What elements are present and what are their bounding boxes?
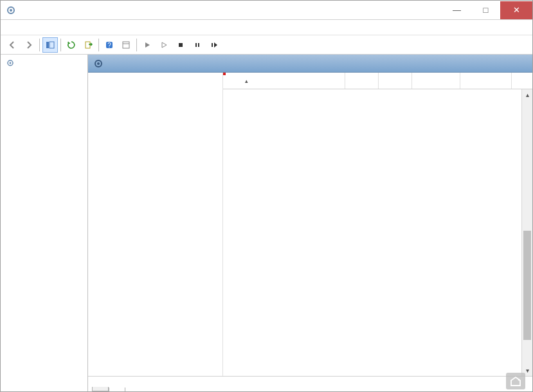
tree-root-services[interactable]	[3, 57, 85, 69]
start-service-button[interactable]	[156, 37, 172, 53]
svg-rect-2	[46, 42, 49, 48]
col-desc[interactable]	[345, 73, 379, 89]
right-body: ▴ ▴ ▾	[88, 73, 532, 376]
description-pane	[88, 73, 223, 376]
svg-rect-11	[198, 43, 199, 47]
help-button[interactable]: ?	[102, 37, 117, 53]
vertical-scrollbar[interactable]: ▴ ▾	[521, 89, 532, 376]
svg-text:?: ?	[107, 42, 111, 49]
services-header	[88, 55, 532, 73]
tab-extended[interactable]	[92, 387, 109, 391]
svg-rect-7	[123, 42, 129, 48]
show-hide-tree-button[interactable]	[42, 37, 58, 53]
svg-point-16	[97, 62, 100, 65]
svg-rect-9	[179, 43, 183, 47]
svg-rect-10	[195, 43, 197, 47]
tab-standard[interactable]	[109, 388, 125, 391]
col-logon[interactable]	[460, 73, 512, 89]
svg-rect-12	[212, 43, 213, 47]
forward-button[interactable]	[21, 37, 37, 53]
window-controls: — □ ✕	[442, 1, 532, 19]
stop-button[interactable]	[173, 37, 188, 53]
right-pane: ▴ ▴ ▾	[88, 55, 532, 391]
list-header: ▴	[223, 73, 532, 89]
content-area: ▴ ▴ ▾	[1, 55, 532, 391]
menubar	[1, 20, 532, 35]
col-status[interactable]	[379, 73, 412, 89]
scrollbar-thumb[interactable]	[523, 231, 531, 340]
svg-rect-4	[86, 42, 90, 48]
col-name[interactable]: ▴	[223, 73, 345, 89]
start-button[interactable]	[140, 37, 155, 53]
tabstrip	[88, 376, 532, 391]
back-button[interactable]	[5, 37, 20, 53]
toolbar-separator	[39, 39, 40, 51]
properties-button[interactable]	[118, 37, 134, 53]
list-body[interactable]	[223, 89, 532, 376]
export-button[interactable]	[80, 37, 96, 53]
services-window: — □ ✕ ?	[0, 0, 533, 392]
scroll-up-arrow[interactable]: ▴	[522, 89, 532, 100]
close-button[interactable]: ✕	[500, 1, 532, 19]
app-icon	[6, 5, 16, 15]
maximize-button[interactable]: □	[471, 1, 500, 19]
gear-icon	[93, 58, 104, 69]
toolbar-separator	[60, 39, 61, 51]
refresh-button[interactable]	[64, 37, 79, 53]
svg-point-14	[10, 62, 12, 64]
scroll-down-arrow[interactable]: ▾	[522, 365, 532, 376]
gear-icon	[6, 58, 15, 67]
service-list-pane: ▴ ▴ ▾	[223, 73, 532, 376]
svg-rect-3	[50, 42, 54, 48]
toolbar-separator	[136, 39, 137, 51]
titlebar: — □ ✕	[1, 1, 532, 20]
toolbar-separator	[98, 39, 99, 51]
svg-point-1	[10, 9, 12, 12]
tree-pane	[1, 55, 88, 391]
minimize-button[interactable]: —	[442, 1, 471, 19]
restart-button[interactable]	[206, 37, 222, 53]
col-startup[interactable]	[412, 73, 460, 89]
toolbar: ?	[1, 35, 532, 55]
pause-button[interactable]	[190, 37, 205, 53]
sort-asc-icon: ▴	[245, 78, 248, 84]
